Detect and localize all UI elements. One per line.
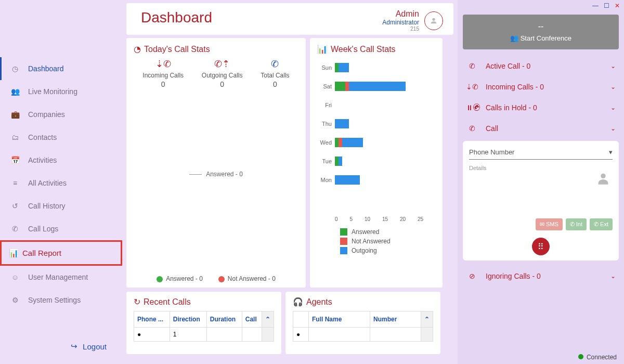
chart-bar <box>339 63 349 72</box>
answered-status: Answered - 0 <box>157 275 203 282</box>
status-row: Answered - 0 Not Answered - 0 <box>126 275 306 282</box>
close-button[interactable]: ✕ <box>615 2 620 9</box>
incoming-icon: ⇣✆ <box>142 58 184 70</box>
sidebar-item-label: Activities <box>28 156 57 164</box>
axis-tick: 0 <box>335 216 338 222</box>
sidebar-item-user-management[interactable]: ☺User Management <box>0 266 122 289</box>
card-title: Week's Call Stats <box>331 45 396 54</box>
main-area: Dashboard Admin Administrator 215 ◔Today… <box>122 0 458 364</box>
user-block[interactable]: Admin Administrator 215 <box>382 9 443 32</box>
sidebar-item-label: Companies <box>28 110 65 119</box>
table-header-row: Full Name Number ⌃ <box>293 311 433 328</box>
gear-icon: ⚙ <box>10 296 20 304</box>
recent-calls-card: ↻Recent Calls Phone ... Direction Durati… <box>126 292 281 354</box>
col-call[interactable]: Call <box>242 311 262 328</box>
ignore-icon: ⊘ <box>466 272 478 280</box>
sidebar-item-label: System Settings <box>28 296 81 304</box>
chevron-down-icon: ⌄ <box>610 125 616 132</box>
logout-button[interactable]: ↪Logout <box>71 342 107 351</box>
user-name: Admin <box>382 9 419 19</box>
bars-icon: 📊 <box>317 44 328 54</box>
col-duration[interactable]: Duration <box>206 311 242 328</box>
ext-button[interactable]: ✆ Ext <box>590 218 613 230</box>
conference-box[interactable]: -- 👥 Start Conference <box>463 15 619 49</box>
briefcase-icon: 💼 <box>10 110 20 119</box>
accordion-active-call[interactable]: ✆Active Call - 0 ⌄ <box>463 56 619 76</box>
week-call-stats-card: 📊Week's Call Stats SunSatFriThuWedTueMon… <box>310 38 443 288</box>
sidebar-item-label: Dashboard <box>28 64 64 73</box>
axis-tick: 15 <box>382 216 388 222</box>
person-icon <box>596 169 610 186</box>
blue-square-icon <box>340 247 347 254</box>
svg-point-1 <box>601 173 605 178</box>
sms-button[interactable]: ✉ SMS <box>536 218 563 230</box>
red-square-icon <box>340 238 347 245</box>
chevron-down-icon: ⌄ <box>610 272 616 280</box>
sidebar-item-call-logs[interactable]: ✆Call Logs <box>0 217 122 240</box>
notanswered-status: Not Answered - 0 <box>218 275 276 282</box>
sidebar-item-live-monitoring[interactable]: 👥Live Monitoring <box>0 80 122 103</box>
accordion-ignoring[interactable]: ⊘Ignoring Calls - 0 ⌄ <box>463 266 619 287</box>
accordion-hold[interactable]: ⏸✆Calls in Hold - 0 ⌄ <box>463 97 619 118</box>
dialpad-button[interactable]: ⠿ <box>532 238 550 255</box>
phone-icon: ✆ <box>466 124 478 133</box>
green-square-icon <box>340 228 347 236</box>
chart-bar <box>335 119 349 128</box>
chevron-down-icon: ⌄ <box>610 83 616 90</box>
minimize-button[interactable]: — <box>592 2 599 9</box>
red-dot-icon <box>218 276 225 282</box>
monitor-icon: 👥 <box>10 87 20 96</box>
col-direction[interactable]: Direction <box>170 311 206 328</box>
sidebar-item-dashboard[interactable]: ◷Dashboard <box>0 57 122 80</box>
svg-point-0 <box>432 18 435 20</box>
maximize-button[interactable]: ☐ <box>604 2 609 9</box>
pie-icon: ◔ <box>134 44 141 54</box>
calendar-icon: 📅 <box>10 156 20 164</box>
card-title: Today's Call Stats <box>144 45 210 54</box>
status-dot-icon <box>578 354 583 359</box>
chart-bar <box>335 63 339 72</box>
sidebar-item-contacts[interactable]: 🗂Contacts <box>0 126 122 149</box>
user-role: Administrator <box>382 19 419 26</box>
sidebar-item-label: Call Report <box>22 249 61 257</box>
sidebar-item-system-settings[interactable]: ⚙System Settings <box>0 289 122 311</box>
accordion-incoming[interactable]: ⇣✆Incoming Calls - 0 ⌄ <box>463 76 619 97</box>
sidebar-item-call-report[interactable]: 📊Call Report <box>0 240 122 266</box>
gauge-icon: ◷ <box>10 64 20 73</box>
sidebar: ◷Dashboard 👥Live Monitoring 💼Companies 🗂… <box>0 0 122 364</box>
accordion-call[interactable]: ✆Call ⌄ <box>463 118 619 139</box>
axis-tick: 25 <box>418 216 423 222</box>
scroll-up-icon[interactable]: ⌃ <box>421 311 433 328</box>
chart-bar <box>339 157 342 166</box>
user-num: 215 <box>382 26 419 32</box>
sidebar-item-label: User Management <box>28 273 88 281</box>
scroll-up-icon[interactable]: ⌃ <box>262 311 274 328</box>
card-title: Recent Calls <box>144 297 191 307</box>
cell-val: 1 <box>170 328 206 342</box>
recent-calls-table: Phone ... Direction Duration Call ⌃ ● 1 <box>134 311 274 342</box>
col-fullname[interactable]: Full Name <box>309 311 370 328</box>
chart-bar <box>335 82 345 91</box>
outgoing-stat: ✆⇡ Outgoing Calls 0 <box>202 58 243 88</box>
table-row[interactable]: ● <box>293 328 433 342</box>
sidebar-item-companies[interactable]: 💼Companies <box>0 103 122 126</box>
chart-day-label: Fri <box>317 102 332 108</box>
outgoing-icon: ✆⇡ <box>202 58 243 70</box>
phone-volume-icon: ✆ <box>466 62 478 70</box>
int-button[interactable]: ✆ Int <box>566 218 587 230</box>
connection-status: Connected <box>578 354 617 361</box>
today-call-stats-card: ◔Today's Call Stats ⇣✆ Incoming Calls 0 … <box>126 38 306 288</box>
col-phone[interactable]: Phone ... <box>134 311 170 328</box>
phone-icon: ✆ <box>10 225 20 233</box>
sidebar-item-all-activities[interactable]: ≡All Activities <box>0 172 122 194</box>
sidebar-item-label: Live Monitoring <box>28 87 77 96</box>
avatar[interactable] <box>424 11 443 30</box>
chart-icon: 📊 <box>9 249 18 258</box>
green-dot-icon <box>157 276 163 282</box>
phone-number-select[interactable]: Phone Number ▾ <box>469 148 613 160</box>
sidebar-item-activities[interactable]: 📅Activities <box>0 149 122 172</box>
col-number[interactable]: Number <box>370 311 421 328</box>
details-label: Details <box>469 165 613 171</box>
table-row[interactable]: ● 1 <box>134 328 274 342</box>
sidebar-item-call-history[interactable]: ↺Call History <box>0 194 122 217</box>
